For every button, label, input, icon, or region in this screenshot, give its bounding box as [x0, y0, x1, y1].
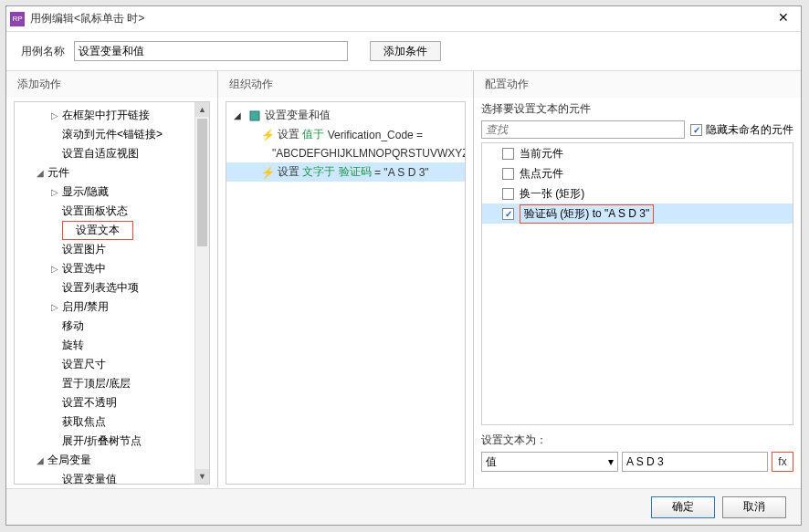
- tree-item-label: 设置文本: [62, 221, 133, 240]
- action-set-variable[interactable]: ⚡ 设置 值于 Verification_Code =: [226, 125, 465, 144]
- element-checkbox[interactable]: [502, 168, 514, 180]
- tree-item-label: 全局变量: [47, 453, 91, 468]
- tree-item-label: 在框架中打开链接: [62, 108, 150, 123]
- add-action-body: ▷在框架中打开链接滚动到元件<锚链接>设置自适应视图◢元件▷显示/隐藏设置面板状…: [14, 101, 210, 485]
- lightning-icon: ⚡: [261, 129, 274, 141]
- search-input[interactable]: [481, 120, 685, 139]
- chevron-down-icon: ▾: [608, 455, 614, 468]
- tree-item[interactable]: 设置图片: [15, 240, 209, 259]
- case-icon: [248, 110, 261, 122]
- expander-icon[interactable]: ◢: [37, 455, 47, 465]
- scrollbar[interactable]: ▲ ▼: [194, 102, 209, 484]
- expander-icon[interactable]: ◢: [37, 168, 47, 178]
- expand-icon[interactable]: ◢: [234, 110, 245, 120]
- scroll-up-icon[interactable]: ▲: [195, 102, 209, 117]
- tree-item[interactable]: ▷在框架中打开链接: [15, 106, 209, 125]
- tree-item[interactable]: 设置文本: [15, 221, 209, 240]
- columns: 添加动作 ▷在框架中打开链接滚动到元件<锚链接>设置自适应视图◢元件▷显示/隐藏…: [6, 70, 801, 488]
- tree-item[interactable]: 设置尺寸: [15, 355, 209, 374]
- tree-item[interactable]: 移动: [15, 317, 209, 336]
- tree-item[interactable]: 设置自适应视图: [15, 144, 209, 163]
- tree-item-label: 启用/禁用: [62, 299, 109, 315]
- hide-unnamed-label: 隐藏未命名的元件: [706, 122, 793, 138]
- tree-item-label: 移动: [62, 318, 84, 334]
- expander-icon[interactable]: ▷: [51, 110, 62, 120]
- case-editor-dialog: RP 用例编辑<鼠标单击 时> ✕ 用例名称 添加条件 添加动作 ▷在框架中打开…: [5, 5, 802, 526]
- scroll-thumb[interactable]: [197, 119, 207, 246]
- element-list[interactable]: 当前元件焦点元件换一张 (矩形)验证码 (矩形) to "A S D 3": [481, 142, 793, 425]
- tree-item-label: 旋转: [62, 338, 84, 353]
- cancel-button[interactable]: 取消: [722, 496, 786, 518]
- value-type-select[interactable]: 值 ▾: [481, 452, 618, 472]
- tree-item[interactable]: 设置面板状态: [15, 202, 209, 221]
- value-type-label: 值: [486, 454, 497, 470]
- dialog-footer: 确定 取消: [6, 488, 801, 525]
- tree-item[interactable]: 设置不透明: [15, 393, 209, 412]
- window-title: 用例编辑<鼠标单击 时>: [30, 11, 770, 26]
- svg-rect-0: [250, 111, 259, 120]
- element-item[interactable]: 焦点元件: [482, 163, 793, 183]
- element-label: 当前元件: [520, 146, 563, 162]
- scroll-down-icon[interactable]: ▼: [195, 469, 209, 484]
- tree-item-label: 设置选中: [62, 261, 106, 276]
- tree-item-label: 获取焦点: [62, 414, 106, 430]
- add-action-column: 添加动作 ▷在框架中打开链接滚动到元件<锚链接>设置自适应视图◢元件▷显示/隐藏…: [6, 71, 218, 488]
- case-name-input[interactable]: [74, 41, 348, 61]
- action-set-variable-line2: "ABCDEFGHIJKLMNOPQRSTUVWXYZ0...": [226, 144, 465, 162]
- tree-item[interactable]: 滚动到元件<锚链接>: [15, 125, 209, 144]
- tree-item[interactable]: 设置变量值: [15, 470, 209, 485]
- action-green-1: 值于: [302, 127, 324, 142]
- expander-icon[interactable]: ▷: [51, 264, 62, 274]
- tree-item-label: 滚动到元件<锚链接>: [62, 127, 163, 142]
- search-row: 隐藏未命名的元件: [481, 120, 793, 139]
- action-prefix-2: 设置: [278, 164, 299, 180]
- action-rest-1: Verification_Code =: [328, 129, 423, 141]
- action-prefix: 设置: [278, 127, 299, 142]
- case-name-label: 用例名称: [21, 44, 65, 59]
- tree-item[interactable]: 置于顶层/底层: [15, 374, 209, 393]
- action-green-2b: 验证码: [339, 164, 372, 180]
- case-name-row: 用例名称 添加条件: [6, 32, 801, 70]
- fx-button[interactable]: fx: [772, 452, 793, 472]
- tree-item-label: 元件: [47, 165, 69, 181]
- tree-item[interactable]: 设置列表选中项: [15, 278, 209, 297]
- tree-item-label: 设置变量值: [62, 472, 117, 485]
- expander-icon[interactable]: ▷: [51, 187, 62, 197]
- tree-item[interactable]: ▷设置选中: [15, 259, 209, 278]
- element-label: 换一张 (矩形): [520, 186, 584, 202]
- ok-button[interactable]: 确定: [651, 496, 715, 518]
- organize-action-header: 组织动作: [218, 71, 473, 98]
- expander-icon[interactable]: ▷: [51, 302, 62, 312]
- case-tree[interactable]: ◢ 设置变量和值 ⚡ 设置 值于 Verification_Code = "AB…: [226, 102, 465, 185]
- tree-item[interactable]: ◢元件: [15, 163, 209, 183]
- tree-item[interactable]: 获取焦点: [15, 412, 209, 432]
- lightning-icon: ⚡: [261, 166, 274, 179]
- case-root[interactable]: ◢ 设置变量和值: [226, 106, 465, 125]
- tree-item[interactable]: 展开/折叠树节点: [15, 432, 209, 451]
- element-checkbox[interactable]: [502, 148, 514, 160]
- tree-item[interactable]: ▷启用/禁用: [15, 297, 209, 317]
- element-checkbox[interactable]: [502, 208, 514, 220]
- element-checkbox[interactable]: [502, 188, 514, 200]
- action-value-literal: "ABCDEFGHIJKLMNOPQRSTUVWXYZ0...": [272, 147, 466, 160]
- tree-item-label: 设置面板状态: [62, 203, 128, 219]
- add-condition-button[interactable]: 添加条件: [370, 41, 441, 61]
- close-button[interactable]: ✕: [770, 10, 797, 28]
- tree-item-label: 展开/折叠树节点: [62, 433, 142, 449]
- configure-action-header: 配置动作: [474, 71, 801, 98]
- element-item[interactable]: 验证码 (矩形) to "A S D 3": [482, 203, 793, 224]
- value-input[interactable]: [622, 452, 768, 472]
- hide-unnamed-checkbox[interactable]: [690, 124, 702, 136]
- set-text-label: 设置文本为：: [481, 433, 793, 448]
- action-green-2a: 文字于: [302, 164, 335, 180]
- action-tree[interactable]: ▷在框架中打开链接滚动到元件<锚链接>设置自适应视图◢元件▷显示/隐藏设置面板状…: [15, 102, 209, 485]
- element-item[interactable]: 换一张 (矩形): [482, 183, 793, 203]
- action-set-text[interactable]: ⚡ 设置 文字于 验证码 = "A S D 3": [226, 162, 465, 182]
- tree-item-label: 设置尺寸: [62, 357, 106, 372]
- tree-item[interactable]: 旋转: [15, 336, 209, 355]
- tree-item[interactable]: ◢全局变量: [15, 451, 209, 470]
- tree-item[interactable]: ▷显示/隐藏: [15, 183, 209, 202]
- tree-item-label: 设置列表选中项: [62, 280, 139, 296]
- hide-unnamed-row[interactable]: 隐藏未命名的元件: [690, 122, 793, 138]
- element-item[interactable]: 当前元件: [482, 143, 793, 163]
